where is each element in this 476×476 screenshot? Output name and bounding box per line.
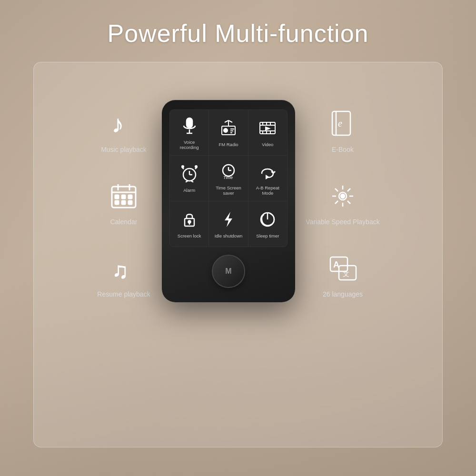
- alarm-label: Alarm: [183, 188, 195, 193]
- device-bottom: M: [169, 255, 288, 288]
- idle-shutdown-label: Idle shutdown: [215, 233, 243, 238]
- screen-cell-idle: Idle shutdown: [209, 201, 248, 247]
- screen-cell-time: Time Time Screen saver: [209, 156, 248, 201]
- svg-point-64: [341, 194, 345, 198]
- svg-rect-9: [122, 201, 125, 204]
- page-container: Powerful Multi-function ♪ Music playback: [0, 0, 476, 476]
- svg-point-48: [188, 221, 190, 223]
- time-screen-saver-label: Time Screen saver: [213, 185, 244, 196]
- resume-icon: ♫: [109, 254, 138, 287]
- screen-cell-sleep: Sleep timer: [248, 201, 287, 247]
- variable-speed-label: Variable Speed Playback: [306, 218, 379, 226]
- feature-ebook: e E-Book: [328, 109, 357, 153]
- svg-line-40: [186, 181, 188, 182]
- languages-label: 26 languages: [323, 290, 363, 298]
- resume-playback-label: Resume playback: [97, 290, 150, 298]
- svg-line-18: [228, 120, 232, 122]
- feature-resume-playback: ♫ Resume playback: [97, 254, 150, 298]
- screen-cell-repeat: A-B Repeat Mode: [248, 156, 287, 201]
- translate-icon: A 文: [328, 254, 357, 287]
- screen-grid: Voice recording: [170, 110, 287, 247]
- svg-rect-12: [187, 118, 192, 128]
- svg-point-19: [224, 129, 228, 132]
- svg-line-62: [347, 188, 350, 191]
- calendar-label: Calendar: [110, 218, 138, 226]
- svg-line-41: [191, 181, 193, 182]
- svg-point-39: [195, 165, 198, 168]
- svg-marker-32: [266, 127, 269, 130]
- ebook-icon: e: [328, 109, 357, 142]
- svg-marker-50: [225, 212, 232, 227]
- mp3-device: Voice recording: [162, 100, 295, 302]
- gear-icon: [328, 182, 357, 214]
- page-title: Powerful Multi-function: [108, 19, 369, 48]
- device-screen: Voice recording: [169, 109, 288, 247]
- fm-radio-label: FM Radio: [218, 142, 238, 147]
- svg-line-61: [347, 201, 350, 204]
- svg-text:Time: Time: [223, 175, 233, 180]
- svg-text:♫: ♫: [112, 258, 129, 283]
- alarm-icon: [181, 165, 198, 185]
- svg-rect-6: [122, 195, 125, 198]
- left-features: ♪ Music playback: [86, 109, 162, 298]
- radio-icon: [220, 119, 237, 139]
- feature-variable-speed: Variable Speed Playback: [306, 182, 379, 226]
- screen-cell-alarm: Alarm: [170, 156, 208, 201]
- feature-languages: A 文 26 languages: [323, 254, 363, 298]
- screen-lock-label: Screen lock: [178, 233, 201, 238]
- svg-rect-8: [115, 201, 119, 204]
- device-m-button[interactable]: M: [212, 255, 245, 288]
- voice-recording-label: Voice recording: [174, 139, 205, 150]
- ab-repeat-label: A-B Repeat Mode: [252, 185, 283, 196]
- feature-calendar: Calendar: [109, 182, 138, 226]
- screen-cell-voice: Voice recording: [170, 110, 208, 155]
- music-playback-label: Music playback: [101, 146, 147, 153]
- power-icon: [259, 211, 276, 230]
- repeat-icon: [259, 163, 276, 182]
- device-wrapper: Voice recording: [162, 100, 295, 302]
- ebook-label: E-Book: [332, 146, 354, 153]
- video-label: Video: [262, 142, 273, 147]
- bolt-icon: [220, 211, 237, 230]
- music-icon: ♪: [109, 109, 138, 142]
- screen-cell-lock: Screen lock: [170, 201, 208, 247]
- svg-marker-46: [266, 175, 269, 179]
- clock-icon: Time: [220, 163, 237, 182]
- svg-text:e: e: [338, 118, 342, 129]
- svg-text:文: 文: [343, 270, 349, 278]
- feature-music-playback: ♪ Music playback: [101, 109, 147, 153]
- screen-cell-radio: FM Radio: [209, 110, 248, 155]
- screen-cell-video: Video: [248, 110, 287, 155]
- mic-icon: [181, 117, 198, 137]
- svg-line-17: [225, 120, 228, 122]
- svg-line-60: [335, 188, 338, 191]
- svg-rect-7: [129, 195, 132, 198]
- device-button-label: M: [225, 267, 231, 276]
- svg-line-63: [335, 201, 338, 204]
- right-features: e E-Book: [295, 109, 390, 298]
- svg-rect-10: [129, 201, 132, 204]
- lock-icon: [181, 211, 198, 230]
- svg-text:♪: ♪: [112, 111, 124, 138]
- video-icon: [259, 119, 276, 139]
- main-content: ♪ Music playback: [0, 100, 476, 302]
- svg-point-38: [181, 165, 184, 168]
- svg-rect-5: [115, 195, 119, 198]
- calendar-icon: [109, 182, 138, 214]
- sleep-timer-label: Sleep timer: [256, 233, 279, 238]
